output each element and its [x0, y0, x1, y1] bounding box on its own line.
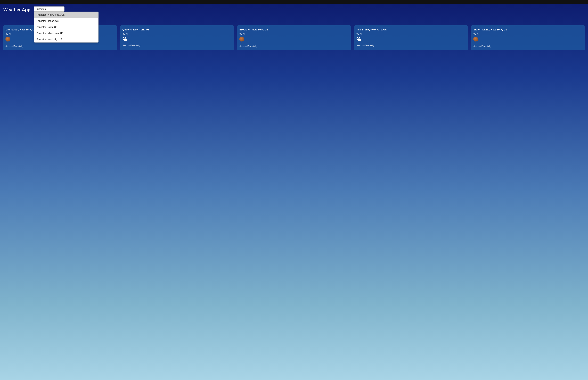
card-city: Queens, New York, US: [122, 28, 232, 31]
weather-icon: [239, 37, 349, 42]
card-city: Brooklyn, New York, US: [239, 28, 349, 31]
dropdown-item[interactable]: Princeton, New Jersey, US: [34, 12, 98, 18]
header: Weather App Princeton, New Jersey, USPri…: [0, 4, 588, 15]
search-container: Princeton, New Jersey, USPrinceton, Texa…: [34, 6, 64, 12]
card-temp: 49 °F: [122, 32, 232, 35]
weather-icon: [473, 37, 583, 42]
card-temp: 50 °F: [239, 32, 349, 35]
card-city: The Bronx, New York, US: [357, 28, 466, 31]
dropdown-item[interactable]: Princeton, Texas, US: [34, 18, 98, 24]
weather-card: The Bronx, New York, US50 °F🌥Search diff…: [354, 25, 468, 50]
card-search-link[interactable]: Search different city: [239, 45, 349, 47]
card-search-link[interactable]: Search different city: [473, 45, 583, 47]
search-input[interactable]: [34, 6, 64, 12]
card-temp: 50 °F: [357, 32, 466, 35]
top-bar: [0, 0, 588, 4]
card-city: Staten Island, New York, US: [473, 28, 583, 31]
weather-card: Queens, New York, US49 °F🌥Search differe…: [120, 25, 234, 50]
card-search-link[interactable]: Search different city: [122, 44, 232, 47]
card-search-link[interactable]: Search different city: [357, 44, 466, 47]
app-title: Weather App: [3, 6, 30, 12]
weather-icon: 🌥: [357, 37, 466, 41]
dropdown-item[interactable]: Princeton, Kentucky, US: [34, 36, 98, 42]
weather-card: Staten Island, New York, US50 °FSearch d…: [471, 25, 585, 50]
search-dropdown: Princeton, New Jersey, USPrinceton, Texa…: [34, 12, 98, 42]
dropdown-item[interactable]: Princeton, Minnesota, US: [34, 30, 98, 36]
card-temp: 50 °F: [473, 32, 583, 35]
dropdown-item[interactable]: Princeton, Iowa, US: [34, 24, 98, 30]
weather-icon: 🌥: [122, 37, 232, 41]
card-search-link[interactable]: Search different city: [5, 45, 115, 47]
weather-card: Brooklyn, New York, US50 °FSearch differ…: [237, 25, 351, 50]
